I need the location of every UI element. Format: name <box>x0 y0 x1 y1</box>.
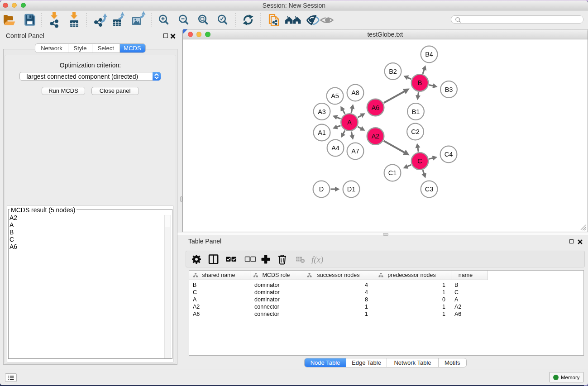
svg-text:D1: D1 <box>347 186 356 193</box>
svg-text:C1: C1 <box>388 169 397 176</box>
svg-text:f(x): f(x) <box>311 255 323 265</box>
svg-text:A5: A5 <box>331 92 339 100</box>
svg-text:B4: B4 <box>425 51 433 58</box>
svg-text:B3: B3 <box>445 86 453 93</box>
svg-text:C2: C2 <box>411 128 420 135</box>
svg-text:A1: A1 <box>318 129 326 136</box>
svg-text:B: B <box>418 79 422 86</box>
svg-text:B2: B2 <box>389 68 397 75</box>
svg-text:A6: A6 <box>372 104 380 111</box>
svg-text:C: C <box>417 157 422 165</box>
svg-text:C4: C4 <box>445 151 453 158</box>
svg-text:C3: C3 <box>425 186 434 193</box>
svg-text:A2: A2 <box>372 133 380 140</box>
svg-text:A3: A3 <box>318 108 326 115</box>
svg-text:A4: A4 <box>331 144 339 152</box>
svg-text:A: A <box>347 119 352 126</box>
svg-text:D: D <box>319 186 324 193</box>
svg-text:B1: B1 <box>412 108 420 115</box>
svg-text:A8: A8 <box>351 89 359 96</box>
svg-text:A7: A7 <box>351 148 359 155</box>
